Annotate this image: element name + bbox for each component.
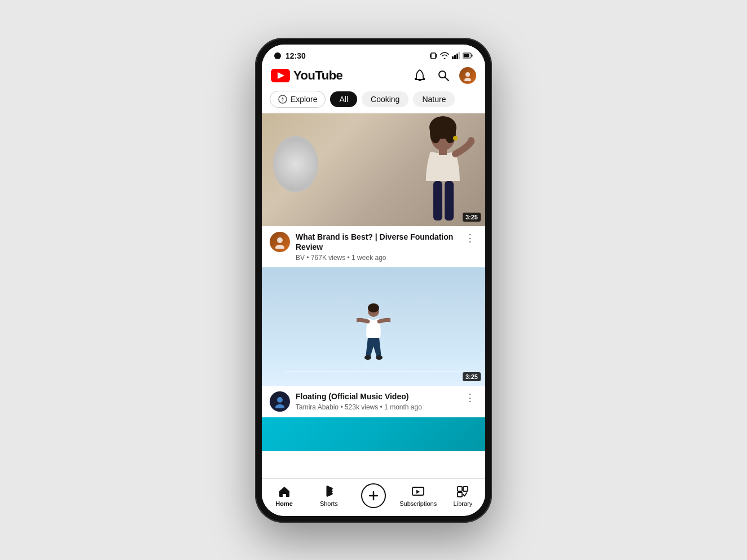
mirror-decoration <box>273 136 318 192</box>
bottom-nav: Home Shorts <box>262 478 485 516</box>
svg-point-27 <box>275 245 284 249</box>
video-1-thumbnail[interactable]: 3:25 <box>262 113 485 226</box>
svg-point-22 <box>468 137 474 144</box>
video-2-thumbnail[interactable]: 3:25 <box>262 267 485 386</box>
compass-icon <box>278 95 287 104</box>
svg-rect-0 <box>431 53 436 59</box>
svg-point-31 <box>376 355 383 360</box>
video-1-more-button[interactable]: ⋮ <box>463 232 477 244</box>
explore-chip-label: Explore <box>291 95 317 104</box>
user-avatar[interactable] <box>459 67 476 84</box>
battery-icon <box>463 52 473 59</box>
svg-rect-39 <box>458 492 462 497</box>
svg-rect-6 <box>459 52 460 59</box>
video-2-more-button[interactable]: ⋮ <box>463 391 477 404</box>
nav-home-label: Home <box>275 500 293 507</box>
svg-rect-8 <box>464 54 469 58</box>
add-button[interactable] <box>361 483 386 508</box>
chip-cooking[interactable]: Cooking <box>362 91 408 107</box>
category-bar: Explore Explore YouTube Find trending vi… <box>262 89 485 113</box>
svg-rect-21 <box>439 148 447 155</box>
app-header: YouTube <box>262 64 485 89</box>
header-actions <box>412 67 476 84</box>
svg-point-29 <box>368 303 379 312</box>
content-scroll[interactable]: 3:25 What Brand is Best? | Diverse Found… <box>262 113 485 478</box>
svg-marker-16 <box>282 99 284 102</box>
svg-marker-15 <box>282 97 284 99</box>
video-2-stats: Tamira Ababio • 523k views • 1 month ago <box>296 403 457 411</box>
svg-point-14 <box>279 95 287 103</box>
svg-point-20 <box>445 123 456 143</box>
library-icon <box>455 484 470 499</box>
video-1-meta: What Brand is Best? | Diverse Foundation… <box>296 232 457 262</box>
svg-rect-38 <box>463 487 468 491</box>
nav-library-label: Library <box>454 500 473 507</box>
svg-point-12 <box>465 72 470 77</box>
svg-rect-4 <box>454 55 456 60</box>
status-left: 12:30 <box>274 51 306 60</box>
nav-library[interactable]: Library <box>441 484 485 507</box>
nav-subscriptions[interactable]: Subscriptions <box>396 484 441 507</box>
phone-frame: 12:30 <box>255 38 492 523</box>
nav-shorts-label: Shorts <box>320 500 338 507</box>
channel-2-avatar[interactable] <box>270 391 290 412</box>
nav-shorts[interactable]: Shorts <box>306 484 351 507</box>
status-bar: 12:30 <box>262 45 485 64</box>
svg-rect-24 <box>445 181 454 221</box>
subscriptions-icon <box>411 484 425 499</box>
svg-point-26 <box>277 237 283 243</box>
svg-point-32 <box>277 397 283 403</box>
video-3-preview[interactable] <box>262 417 485 451</box>
explore-chip[interactable]: Explore <box>270 91 326 108</box>
notifications-button[interactable] <box>412 68 428 83</box>
phone-screen: 12:30 <box>262 45 485 516</box>
svg-point-13 <box>464 78 471 81</box>
video-1-stats: BV • 767K views • 1 week ago <box>296 254 457 262</box>
video-1-duration: 3:25 <box>463 213 481 222</box>
video-2-meta: Floating (Official Music Video) Tamira A… <box>296 391 457 411</box>
vibrate-icon <box>429 51 437 60</box>
wifi-icon <box>440 52 449 59</box>
svg-point-33 <box>275 404 284 408</box>
svg-rect-9 <box>472 55 473 57</box>
video-1-title: What Brand is Best? | Diverse Foundation… <box>296 232 457 252</box>
explore-chip-wrapper: Explore Explore YouTube Find trending vi… <box>270 91 326 108</box>
svg-line-11 <box>445 77 449 81</box>
nav-add[interactable] <box>351 483 396 508</box>
chip-all[interactable]: All <box>330 91 357 107</box>
svg-rect-1 <box>430 54 431 58</box>
video-2-image: 3:25 <box>262 267 485 386</box>
video-2-duration: 3:25 <box>463 372 481 381</box>
status-time: 12:30 <box>285 51 306 60</box>
svg-point-30 <box>364 355 371 360</box>
home-icon <box>277 484 292 499</box>
svg-rect-37 <box>458 487 462 491</box>
svg-rect-2 <box>436 54 437 58</box>
svg-rect-5 <box>456 54 458 59</box>
app-title: YouTube <box>293 68 342 83</box>
svg-point-19 <box>430 123 441 143</box>
camera-dot <box>274 52 281 59</box>
svg-rect-23 <box>433 181 442 221</box>
shorts-icon <box>322 484 336 499</box>
signal-icon <box>452 52 460 59</box>
svg-rect-3 <box>452 56 454 59</box>
channel-1-avatar[interactable] <box>270 232 290 252</box>
search-button[interactable] <box>436 68 451 83</box>
video-2-title: Floating (Official Music Video) <box>296 391 457 402</box>
video-2-info: Floating (Official Music Video) Tamira A… <box>262 386 485 417</box>
woman-figure <box>406 113 480 226</box>
status-icons <box>429 51 473 60</box>
chip-nature[interactable]: Nature <box>413 91 455 107</box>
ground-line <box>284 371 463 372</box>
floating-person <box>357 301 390 369</box>
video-1-info: What Brand is Best? | Diverse Foundation… <box>262 226 485 267</box>
youtube-play-icon <box>271 69 290 82</box>
video-1-image: 3:25 <box>262 113 485 226</box>
nav-subscriptions-label: Subscriptions <box>399 500 437 507</box>
svg-point-25 <box>453 136 458 140</box>
nav-home[interactable]: Home <box>262 484 306 507</box>
youtube-logo: YouTube <box>271 68 342 83</box>
